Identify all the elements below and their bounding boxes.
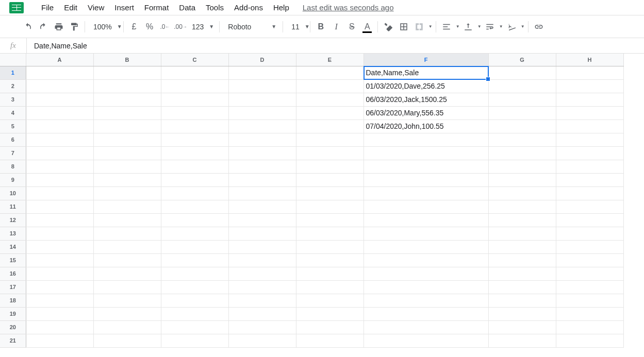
- cell-C20[interactable]: [161, 320, 228, 334]
- cell-D3[interactable]: [228, 93, 296, 106]
- row-header-11[interactable]: 11: [0, 200, 26, 213]
- horizontal-align-button[interactable]: [439, 20, 454, 34]
- row-header-1[interactable]: 1: [0, 66, 26, 79]
- cell-D6[interactable]: [228, 133, 296, 146]
- cell-H8[interactable]: [556, 160, 623, 173]
- row-header-12[interactable]: 12: [0, 213, 26, 227]
- cell-A13[interactable]: [26, 227, 93, 240]
- cell-F17[interactable]: [364, 280, 488, 294]
- wrap-dropdown-icon[interactable]: ▼: [498, 24, 503, 29]
- column-header-H[interactable]: H: [556, 54, 623, 66]
- cell-B11[interactable]: [93, 200, 161, 213]
- cell-E13[interactable]: [296, 227, 364, 240]
- cell-C16[interactable]: [161, 267, 228, 280]
- cell-E20[interactable]: [296, 320, 364, 334]
- cell-G10[interactable]: [488, 186, 556, 200]
- cell-F3[interactable]: 06/03/2020,Jack,1500.25: [364, 93, 488, 106]
- cell-F14[interactable]: [364, 240, 488, 253]
- borders-button[interactable]: [397, 20, 411, 34]
- cell-C6[interactable]: [161, 133, 228, 146]
- cell-E10[interactable]: [296, 186, 364, 200]
- cell-C3[interactable]: [161, 93, 228, 106]
- cell-A10[interactable]: [26, 186, 93, 200]
- cell-G16[interactable]: [488, 267, 556, 280]
- cell-D5[interactable]: [228, 120, 296, 133]
- cell-E6[interactable]: [296, 133, 364, 146]
- cell-E21[interactable]: [296, 334, 364, 347]
- cell-F2[interactable]: 01/03/2020,Dave,256.25: [364, 79, 488, 93]
- italic-button[interactable]: I: [329, 20, 343, 34]
- cell-G2[interactable]: [488, 79, 556, 93]
- cell-E19[interactable]: [296, 307, 364, 320]
- cell-A6[interactable]: [26, 133, 93, 146]
- halign-dropdown-icon[interactable]: ▼: [455, 24, 460, 29]
- menu-data[interactable]: Data: [174, 1, 201, 14]
- column-header-F[interactable]: F: [364, 54, 488, 66]
- last-edit-link[interactable]: Last edit was seconds ago: [303, 3, 394, 12]
- spreadsheet-grid[interactable]: ABCDEFGH1Date,Name,Sale201/03/2020,Dave,…: [0, 54, 644, 357]
- percent-button[interactable]: %: [142, 20, 157, 34]
- row-header-5[interactable]: 5: [0, 120, 26, 133]
- cell-B15[interactable]: [93, 253, 161, 267]
- cell-D11[interactable]: [228, 200, 296, 213]
- cell-H15[interactable]: [556, 253, 623, 267]
- cell-A12[interactable]: [26, 213, 93, 227]
- row-header-14[interactable]: 14: [0, 240, 26, 253]
- cell-A19[interactable]: [26, 307, 93, 320]
- cell-H19[interactable]: [556, 307, 623, 320]
- cell-A15[interactable]: [26, 253, 93, 267]
- cell-F16[interactable]: [364, 267, 488, 280]
- bold-button[interactable]: B: [313, 20, 328, 34]
- cell-G19[interactable]: [488, 307, 556, 320]
- cell-D15[interactable]: [228, 253, 296, 267]
- cell-E3[interactable]: [296, 93, 364, 106]
- cell-A20[interactable]: [26, 320, 93, 334]
- cell-D19[interactable]: [228, 307, 296, 320]
- cell-B10[interactable]: [93, 186, 161, 200]
- cell-A8[interactable]: [26, 160, 93, 173]
- cell-D16[interactable]: [228, 267, 296, 280]
- cell-H10[interactable]: [556, 186, 623, 200]
- font-size-select[interactable]: 11▼: [286, 20, 307, 34]
- cell-F19[interactable]: [364, 307, 488, 320]
- undo-button[interactable]: [21, 20, 35, 34]
- menu-view[interactable]: View: [82, 1, 109, 14]
- cell-H18[interactable]: [556, 294, 623, 307]
- cell-H3[interactable]: [556, 93, 623, 106]
- cell-C4[interactable]: [161, 106, 228, 120]
- cell-E2[interactable]: [296, 79, 364, 93]
- cell-A18[interactable]: [26, 294, 93, 307]
- cell-H9[interactable]: [556, 173, 623, 186]
- text-wrap-button[interactable]: [483, 20, 497, 34]
- row-header-15[interactable]: 15: [0, 253, 26, 267]
- cell-F8[interactable]: [364, 160, 488, 173]
- cell-E18[interactable]: [296, 294, 364, 307]
- cell-G21[interactable]: [488, 334, 556, 347]
- cell-C9[interactable]: [161, 173, 228, 186]
- paint-format-button[interactable]: [67, 20, 81, 34]
- row-header-9[interactable]: 9: [0, 173, 26, 186]
- cell-A1[interactable]: [26, 66, 93, 79]
- cell-B12[interactable]: [93, 213, 161, 227]
- cell-G3[interactable]: [488, 93, 556, 106]
- cell-F18[interactable]: [364, 294, 488, 307]
- cell-H2[interactable]: [556, 79, 623, 93]
- font-family-select[interactable]: Roboto▼: [223, 20, 279, 34]
- cell-G9[interactable]: [488, 173, 556, 186]
- cell-B8[interactable]: [93, 160, 161, 173]
- sheets-logo-icon[interactable]: [9, 2, 24, 13]
- cell-A16[interactable]: [26, 267, 93, 280]
- cell-G5[interactable]: [488, 120, 556, 133]
- strikethrough-button[interactable]: S: [344, 20, 359, 34]
- cell-E14[interactable]: [296, 240, 364, 253]
- cell-G15[interactable]: [488, 253, 556, 267]
- cell-C8[interactable]: [161, 160, 228, 173]
- text-color-button[interactable]: A: [360, 20, 374, 34]
- cell-C18[interactable]: [161, 294, 228, 307]
- cell-C19[interactable]: [161, 307, 228, 320]
- cell-E1[interactable]: [296, 66, 364, 79]
- column-header-E[interactable]: E: [296, 54, 364, 66]
- cell-D20[interactable]: [228, 320, 296, 334]
- cell-G1[interactable]: [488, 66, 556, 79]
- column-header-G[interactable]: G: [488, 54, 556, 66]
